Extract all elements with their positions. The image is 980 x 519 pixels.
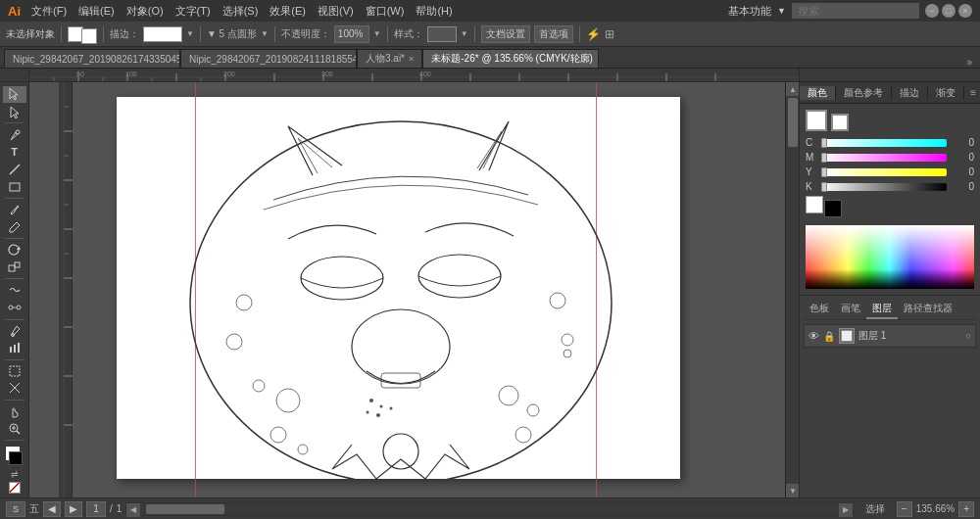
svg-text:50: 50 — [76, 71, 84, 77]
menu-view[interactable]: 视图(V) — [313, 3, 359, 20]
pts-arrow[interactable]: ▼ — [261, 29, 269, 38]
maximize-button[interactable]: □ — [942, 4, 956, 18]
direct-selection-tool[interactable] — [3, 104, 26, 120]
graph-tool[interactable] — [3, 340, 26, 356]
h-scroll-area[interactable]: ◀ ▶ — [125, 502, 853, 516]
right-tab-stroke[interactable]: 描边 — [892, 86, 928, 100]
right-tab-gradient[interactable]: 渐变 — [928, 86, 964, 100]
layer-tab-pathfinder[interactable]: 路径查找器 — [898, 300, 958, 319]
extra-icon-2[interactable]: ⊞ — [605, 27, 614, 41]
doc-setup-button[interactable]: 文档设置 — [481, 25, 530, 43]
v-scroll-up[interactable]: ▲ — [786, 82, 799, 96]
tab-3-close[interactable]: × — [409, 54, 414, 64]
v-scroll-thumb[interactable] — [788, 98, 798, 147]
color-stroke-box[interactable] — [831, 114, 849, 131]
menu-window[interactable]: 窗口(W) — [361, 3, 410, 20]
tab-4[interactable]: 未标题-26* @ 135.66% (CMYK/轮廓) × — [422, 49, 599, 68]
preferences-button[interactable]: 首选项 — [534, 25, 573, 43]
svg-text:200: 200 — [223, 71, 235, 77]
tab-3[interactable]: 人物3.ai* × — [357, 49, 422, 68]
pen-tool[interactable] — [3, 126, 26, 143]
close-button[interactable]: × — [958, 4, 972, 18]
color-spectrum[interactable] — [806, 225, 974, 289]
menu-help[interactable]: 帮助(H) — [411, 3, 457, 20]
menu-bar[interactable]: 文件(F) 编辑(E) 对象(O) 文字(T) 选择(S) 效果(E) 视图(V… — [26, 3, 458, 20]
paintbrush-tool[interactable] — [3, 202, 26, 218]
svg-point-77 — [236, 295, 252, 310]
black-swatch[interactable] — [824, 200, 842, 217]
style-swatch[interactable] — [427, 26, 457, 42]
none-color[interactable] — [9, 482, 21, 494]
h-scroll-thumb[interactable] — [146, 504, 224, 514]
v-scroll-down[interactable]: ▼ — [786, 484, 799, 497]
stroke-swatch[interactable] — [81, 28, 97, 44]
menu-edit[interactable]: 编辑(E) — [74, 3, 120, 20]
nav-prev-button[interactable]: ◀ — [43, 501, 61, 517]
nav-next-button[interactable]: ▶ — [65, 501, 82, 517]
zoom-tool[interactable] — [3, 420, 26, 437]
selection-tool[interactable] — [3, 86, 26, 103]
menu-file[interactable]: 文件(F) — [26, 3, 72, 20]
style-arrow[interactable]: ▼ — [461, 29, 468, 38]
tab-1[interactable]: Nipic_29842067_2019082617433504500.ai* × — [4, 49, 180, 68]
opacity-input[interactable] — [334, 25, 369, 43]
color-fill-box[interactable] — [806, 110, 827, 131]
stroke-color[interactable] — [9, 451, 23, 465]
right-panel-expand[interactable]: ≡ — [966, 87, 980, 98]
layer-row-1[interactable]: 👁 🔒 图层 1 ○ — [804, 324, 976, 348]
layer-tab-swatches[interactable]: 色板 — [804, 300, 835, 319]
layer-expand-icon[interactable]: ○ — [966, 331, 971, 341]
blend-tool[interactable] — [3, 300, 26, 316]
type-tool[interactable]: T — [3, 144, 26, 161]
tab-2[interactable]: Nipic_29842067_20190824111818554000.ai* … — [180, 49, 357, 68]
rotate-tool[interactable] — [3, 242, 26, 259]
cmyk-k-slider[interactable] — [821, 183, 947, 191]
menu-object[interactable]: 对象(O) — [122, 3, 169, 20]
pencil-tool[interactable] — [3, 218, 26, 235]
stroke-arrow[interactable]: ▼ — [186, 29, 194, 38]
cmyk-y-label: Y — [806, 166, 817, 177]
minimize-button[interactable]: − — [925, 4, 939, 18]
zoom-out-button[interactable]: − — [897, 501, 912, 517]
artboard-tool[interactable] — [3, 362, 26, 379]
control-bar: 未选择对象 描边： ▼ ▼ 5 点圆形 ▼ 不透明度： ▼ 样式： ▼ 文档设置… — [0, 22, 980, 47]
hand-tool[interactable] — [3, 403, 26, 420]
warp-tool[interactable] — [3, 282, 26, 299]
line-tool[interactable] — [3, 162, 26, 178]
cmyk-y-value: 0 — [951, 166, 974, 177]
h-scroll-right[interactable]: ▶ — [839, 503, 853, 517]
canvas-area[interactable]: ▲ ▼ — [43, 82, 799, 497]
rectangle-tool[interactable] — [3, 178, 26, 195]
cmyk-y-slider[interactable] — [821, 168, 947, 176]
menu-effect[interactable]: 效果(E) — [265, 3, 311, 20]
svg-point-71 — [515, 427, 531, 443]
menu-select[interactable]: 选择(S) — [218, 3, 264, 20]
eyedropper-tool[interactable] — [3, 322, 26, 339]
right-tab-color[interactable]: 颜色 — [800, 86, 836, 100]
cmyk-c-slider[interactable] — [821, 139, 947, 147]
search-input[interactable] — [792, 3, 919, 19]
layer-lock-icon[interactable]: 🔒 — [823, 331, 835, 342]
workspace-dropdown-icon[interactable]: ▼ — [777, 6, 786, 16]
h-scroll-left[interactable]: ◀ — [126, 503, 140, 517]
layer-visibility-icon[interactable]: 👁 — [808, 330, 819, 342]
extra-icon[interactable]: ⚡ — [586, 27, 601, 41]
cmyk-c-label: C — [806, 137, 817, 148]
svg-marker-25 — [11, 107, 19, 118]
white-swatch[interactable] — [806, 196, 823, 213]
right-tab-color-ref[interactable]: 颜色参考 — [836, 86, 892, 100]
slice-tool[interactable] — [3, 380, 26, 397]
stroke-preview[interactable] — [143, 26, 182, 42]
zoom-in-button[interactable]: + — [958, 501, 974, 517]
tab-4-close[interactable]: × — [597, 54, 599, 64]
layer-tab-brushes[interactable]: 画笔 — [835, 300, 866, 319]
opacity-arrow[interactable]: ▼ — [373, 29, 381, 38]
page-input[interactable] — [86, 501, 106, 517]
layer-tab-layers[interactable]: 图层 — [866, 300, 898, 319]
cmyk-m-slider[interactable] — [821, 154, 947, 162]
vertical-scrollbar[interactable]: ▲ ▼ — [785, 82, 799, 497]
tabs-overflow[interactable]: » — [962, 57, 976, 68]
swap-colors[interactable]: ⇌ — [11, 469, 19, 479]
menu-text[interactable]: 文字(T) — [171, 3, 216, 20]
scale-tool[interactable] — [3, 260, 26, 276]
